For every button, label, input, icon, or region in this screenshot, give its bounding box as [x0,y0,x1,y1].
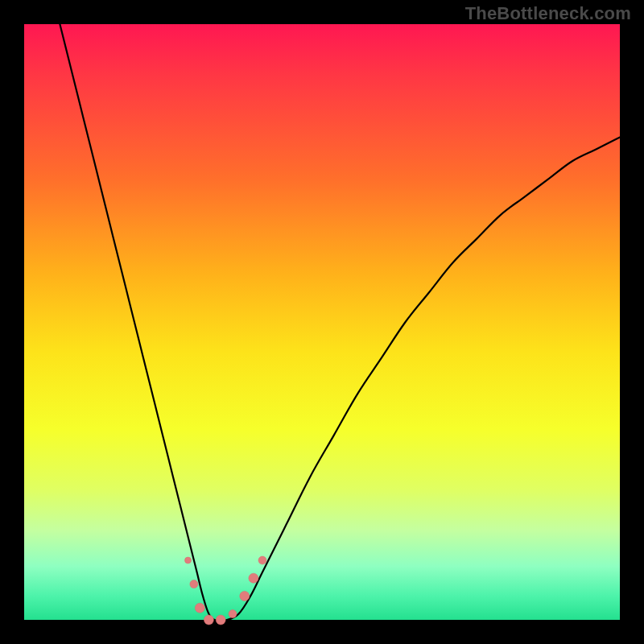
curve-marker [258,556,266,564]
curve-marker [249,573,258,583]
bottleneck-curve [60,24,620,621]
curve-marker [216,615,225,625]
curve-marker [240,591,250,601]
curve-marker [185,557,192,564]
plot-svg [24,24,620,620]
chart-frame: TheBottleneck.com [0,0,644,644]
curve-marker [229,610,237,618]
curve-marker [195,603,204,613]
plot-area [24,24,620,620]
curve-marker [190,580,198,588]
watermark-text: TheBottleneck.com [465,3,631,24]
curve-marker [204,615,213,625]
